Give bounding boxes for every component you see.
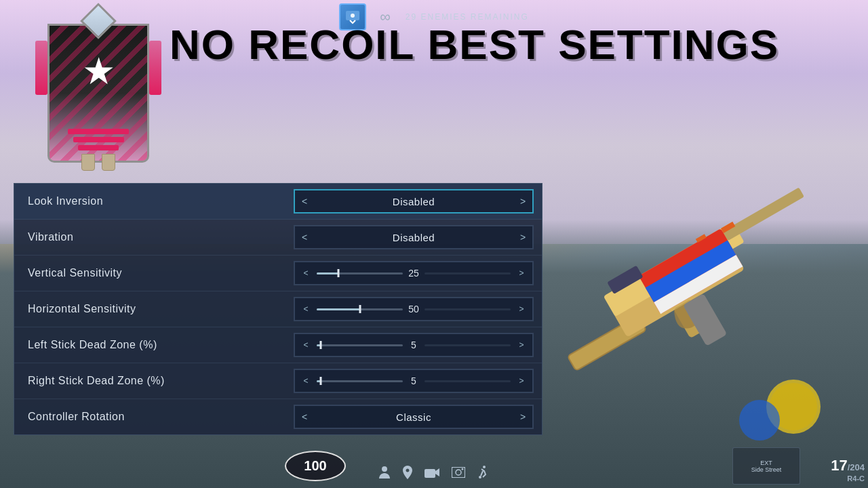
slider-thumb-5 xyxy=(320,377,322,385)
slider-fill-3 xyxy=(317,308,360,310)
svg-point-23 xyxy=(479,476,481,479)
hud-icon-camera xyxy=(425,467,439,481)
toggle-value-1: Disabled xyxy=(314,232,513,243)
svg-point-22 xyxy=(483,466,486,468)
ammo-weapon-label: R4-C xyxy=(831,474,865,483)
slider-number-2: 25 xyxy=(407,268,420,279)
page-title: NO RECOIL BEST SETTINGS xyxy=(170,20,779,68)
toggle-1[interactable]: < Disabled > xyxy=(294,225,534,249)
settings-row-2: Vertical Sensitivity < 25 > xyxy=(14,256,542,291)
slider-track-container-5: 5 xyxy=(314,375,513,386)
slider-2[interactable]: < 25 > xyxy=(294,261,534,285)
settings-row-6: Controller Rotation < Classic > xyxy=(14,399,542,434)
slider-4[interactable]: < 5 > xyxy=(294,333,534,357)
settings-row-3: Horizontal Sensitivity < 50 > xyxy=(14,291,542,327)
toggle-left-arrow-6[interactable]: < xyxy=(295,406,314,428)
minimap: EXT Side Street xyxy=(732,447,800,485)
row-control-4[interactable]: < 5 > xyxy=(285,327,542,363)
emblem-bottom-tabs xyxy=(81,154,115,171)
toggle-left-arrow-0[interactable]: < xyxy=(295,190,314,212)
slider-thumb-2 xyxy=(337,269,339,277)
settings-panel: Look Inversion < Disabled > Vibration < … xyxy=(14,183,542,435)
svg-rect-18 xyxy=(425,469,435,478)
settings-row-1: Vibration < Disabled > xyxy=(14,220,542,256)
slider-track-2 xyxy=(317,272,403,274)
toggle-right-arrow-1[interactable]: > xyxy=(513,226,532,248)
minimap-line1: EXT xyxy=(751,460,782,466)
emblem-stripes xyxy=(68,129,129,150)
minimap-text: EXT Side Street xyxy=(751,460,782,473)
slider-track-5 xyxy=(317,380,403,382)
slider-left-2[interactable]: < xyxy=(298,262,314,284)
row-label-5: Right Stick Dead Zone (%) xyxy=(14,375,285,387)
slider-left-5[interactable]: < xyxy=(298,370,314,392)
player-emblem: ★ xyxy=(41,14,156,163)
health-value: 100 xyxy=(304,458,326,474)
weapon-display xyxy=(529,108,868,447)
slider-right-4[interactable]: > xyxy=(513,334,530,356)
slider-left-4[interactable]: < xyxy=(298,334,314,356)
slider-track-right-2 xyxy=(425,272,511,274)
svg-point-1 xyxy=(351,14,355,18)
weapon-svg xyxy=(529,108,868,447)
ammo-display: 17/204 R4-C xyxy=(831,457,865,483)
row-control-0[interactable]: < Disabled > xyxy=(285,184,542,219)
toggle-value-0: Disabled xyxy=(314,196,513,207)
slider-left-3[interactable]: < xyxy=(298,298,314,320)
svg-point-21 xyxy=(462,468,464,470)
row-label-2: Vertical Sensitivity xyxy=(14,267,285,279)
stripe-2 xyxy=(73,137,124,142)
svg-point-16 xyxy=(739,400,780,441)
health-badge: 100 xyxy=(285,451,346,481)
row-control-5[interactable]: < 5 > xyxy=(285,363,542,399)
slider-number-5: 5 xyxy=(407,375,420,386)
bottom-tab-left xyxy=(81,154,95,171)
row-label-1: Vibration xyxy=(14,231,285,243)
toggle-6[interactable]: < Classic > xyxy=(294,405,534,429)
settings-row-4: Left Stick Dead Zone (%) < 5 > xyxy=(14,327,542,363)
slider-track-3 xyxy=(317,308,403,310)
ammo-reserve: /204 xyxy=(848,462,865,472)
slider-track-container-4: 5 xyxy=(314,340,513,350)
minimap-line2: Side Street xyxy=(751,466,782,473)
slider-track-container-3: 50 xyxy=(314,304,513,314)
stripe-3 xyxy=(78,145,119,150)
slider-track-right-3 xyxy=(425,308,511,310)
bottom-tab-right xyxy=(102,154,115,171)
hud-icon-person xyxy=(378,466,391,483)
row-control-6[interactable]: < Classic > xyxy=(285,399,542,434)
slider-track-right-4 xyxy=(425,344,511,346)
slider-track-right-5 xyxy=(425,380,511,382)
settings-row-5: Right Stick Dead Zone (%) < 5 > xyxy=(14,363,542,399)
svg-rect-5 xyxy=(722,187,804,241)
slider-right-3[interactable]: > xyxy=(513,298,530,320)
row-control-3[interactable]: < 50 > xyxy=(285,291,542,327)
slider-right-5[interactable]: > xyxy=(513,370,530,392)
row-control-1[interactable]: < Disabled > xyxy=(285,220,542,255)
toggle-left-arrow-1[interactable]: < xyxy=(295,226,314,248)
row-label-0: Look Inversion xyxy=(14,195,285,207)
slider-3[interactable]: < 50 > xyxy=(294,297,534,321)
toggle-right-arrow-6[interactable]: > xyxy=(513,406,532,428)
slider-track-4 xyxy=(317,344,403,346)
row-control-2[interactable]: < 25 > xyxy=(285,256,542,291)
toggle-right-arrow-0[interactable]: > xyxy=(513,190,532,212)
emblem-left-tab xyxy=(35,41,47,95)
emblem-star: ★ xyxy=(82,49,115,93)
slider-right-2[interactable]: > xyxy=(513,262,530,284)
ammo-current: 17 xyxy=(831,457,847,474)
hud-icons-bar xyxy=(378,466,490,483)
stripe-1 xyxy=(68,129,129,134)
slider-number-4: 5 xyxy=(407,340,420,350)
slider-thumb-3 xyxy=(359,305,361,313)
toggle-0[interactable]: < Disabled > xyxy=(294,189,534,214)
hud-icon-run xyxy=(477,466,490,483)
slider-5[interactable]: < 5 > xyxy=(294,369,534,393)
hud-icon-location xyxy=(403,466,412,483)
slider-number-3: 50 xyxy=(407,304,420,314)
slider-fill-2 xyxy=(317,272,338,274)
row-label-3: Horizontal Sensitivity xyxy=(14,303,285,315)
emblem-body: ★ xyxy=(47,24,149,163)
emblem-right-tab xyxy=(149,41,161,95)
svg-point-17 xyxy=(382,466,387,472)
